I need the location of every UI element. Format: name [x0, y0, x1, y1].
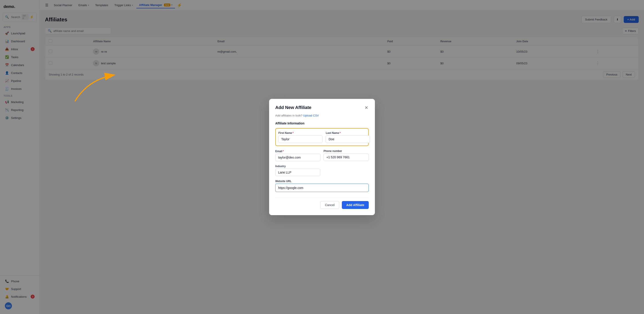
- modal-subtitle: Add affiliates in bulk? Upload CSV: [275, 114, 369, 117]
- email-group: Email *: [275, 150, 320, 161]
- modal-footer: Cancel Add Affiliate: [275, 197, 369, 209]
- modal-overlay[interactable]: Add New Affiliate ✕ Add affiliates in bu…: [0, 0, 644, 314]
- first-name-required: *: [292, 131, 294, 135]
- affiliate-information-label: Affiliate Information: [275, 122, 369, 125]
- cancel-button[interactable]: Cancel: [320, 201, 339, 209]
- phone-group: Phone number: [324, 150, 369, 161]
- last-name-input[interactable]: [326, 135, 370, 143]
- phone-label: Phone number: [324, 150, 369, 153]
- industry-input[interactable]: [275, 169, 320, 176]
- modal-close-button[interactable]: ✕: [364, 105, 369, 110]
- name-row-highlighted: First Name * Last Name *: [275, 128, 369, 146]
- last-name-group: Last Name *: [326, 131, 370, 143]
- email-input[interactable]: [275, 154, 320, 161]
- email-required: *: [283, 150, 284, 153]
- email-label: Email *: [275, 150, 320, 153]
- add-affiliate-modal: Add New Affiliate ✕ Add affiliates in bu…: [269, 99, 375, 215]
- upload-csv-link[interactable]: Upload CSV: [303, 114, 319, 117]
- industry-row: Industry: [275, 165, 369, 176]
- add-affiliate-button[interactable]: Add Affiliate: [342, 201, 369, 209]
- phone-input[interactable]: [324, 153, 369, 161]
- email-phone-row: Email * Phone number: [275, 150, 369, 161]
- last-name-label: Last Name *: [326, 131, 370, 135]
- industry-label: Industry: [275, 165, 320, 168]
- website-input[interactable]: [275, 184, 369, 192]
- modal-title: Add New Affiliate: [275, 105, 312, 110]
- website-label: Website URL: [275, 180, 369, 183]
- first-name-label: First Name *: [278, 131, 323, 135]
- last-name-required: *: [340, 131, 341, 135]
- industry-group: Industry: [275, 165, 320, 176]
- website-group: Website URL: [275, 180, 369, 192]
- modal-header: Add New Affiliate ✕: [275, 105, 369, 110]
- first-name-group: First Name *: [278, 131, 323, 143]
- first-name-input[interactable]: [278, 135, 323, 143]
- arrow-annotation: [66, 62, 124, 106]
- add-affiliates-bulk-text: Add affiliates in bulk?: [275, 114, 302, 117]
